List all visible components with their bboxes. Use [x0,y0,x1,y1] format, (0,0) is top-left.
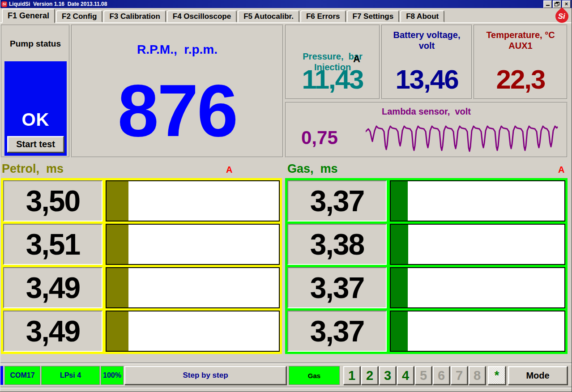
petrol-bar-fill [107,225,128,264]
petrol-section-title: Petrol, ms [2,162,64,176]
petrol-bar-track [106,311,280,352]
channel-button-2[interactable]: 2 [361,366,378,385]
channel-button-8[interactable]: 8 [469,366,486,385]
tab-f2-config[interactable]: F2 Config [56,10,102,22]
app-icon: Si [1,1,7,7]
gas-bar-track [390,267,565,308]
tab-f5-autocalibr[interactable]: F5 Autocalibr. [238,10,299,22]
rpm-label: R.P.M., r.p.m. [72,43,282,57]
gas-bar-fill [391,268,408,307]
gas-row: 3,38 [287,224,565,265]
channel-button-6[interactable]: 6 [433,366,450,385]
tab-f7-settings[interactable]: F7 Settings [347,10,400,22]
gas-bar-fill [391,311,408,351]
tab-f6-errors[interactable]: F6 Errors [300,10,346,22]
gas-value: 3,38 [287,224,387,265]
battery-value: 13,46 [382,66,471,93]
window-title: LiquidSi Version 1.16 Date 2013.11.08 [9,1,542,7]
title-bar: Si LiquidSi Version 1.16 Date 2013.11.08… [0,0,572,8]
close-button[interactable]: × [562,0,571,8]
petrol-group: 3,50 3,51 3,49 3,49 [1,178,282,354]
gas-value: 3,37 [287,311,387,352]
fuel-indicator: Gas [289,366,340,385]
pressure-panel: Pressure, barInjection A 11,43 [285,25,380,99]
gas-bar-fill [391,181,408,221]
petrol-marker-a: A [226,165,232,175]
gas-row: 3,37 [287,311,565,352]
percent-indicator: 100% [101,366,124,385]
gas-bar-track [390,224,565,265]
gas-bar-track [390,311,565,352]
lambda-panel: Lambda sensor, volt 0,75 [285,102,568,158]
tab-strip: F1 General F2 Config F3 Calibration F4 O… [0,8,572,23]
tab-f4-oscilloscope[interactable]: F4 Oscilloscope [167,10,237,22]
com-port-indicator: COM17 [4,366,40,385]
restore-button[interactable] [553,0,561,8]
minimize-button[interactable] [543,0,552,8]
rpm-value: 876 [72,74,282,148]
temperature-value: 22,3 [474,66,567,93]
lambda-waveform-line [366,126,557,151]
lambda-label: Lambda sensor, volt [286,107,567,117]
gas-bar-fill [391,225,408,264]
pressure-marker-a: A [353,53,360,65]
statusbar-top-divider [0,362,572,364]
petrol-bar-track [106,267,280,308]
pressure-value: 11,43 [286,66,379,93]
battery-label: Battery voltage,volt [382,30,471,51]
pump-status-panel: Pump status OK Start test [1,25,70,158]
tab-f8-about[interactable]: F8 About [400,10,444,22]
mode-button[interactable]: Mode [508,366,568,385]
petrol-bar-fill [107,181,128,221]
pump-status-value: OK [4,110,67,130]
temperature-panel: Temperature, °CAUX1 22,3 [474,25,568,99]
mode-text-panel: Step by step [124,366,286,385]
pump-status-label: Pump status [2,39,69,49]
petrol-value: 3,51 [3,224,102,265]
petrol-value: 3,49 [3,267,102,308]
tab-f1-general[interactable]: F1 General [2,9,55,23]
petrol-row: 3,50 [3,180,280,222]
channel-button-3[interactable]: 3 [379,366,396,385]
lambda-value: 0,75 [301,127,338,149]
petrol-row: 3,51 [3,224,280,265]
gas-section-title: Gas, ms [287,162,338,176]
petrol-row: 3,49 [3,311,280,352]
gas-value: 3,37 [287,180,387,222]
status-blue-indicator [0,366,3,385]
gas-group: 3,37 3,38 3,37 3,37 [285,178,568,354]
statusbar-bottom-divider [0,387,572,388]
minimize-icon [546,2,550,6]
pump-status-indicator: OK Start test [4,61,67,156]
petrol-bar-fill [107,311,128,351]
device-indicator: LPsi 4 [41,366,100,385]
petrol-value: 3,50 [3,180,102,222]
channel-button-1[interactable]: 1 [343,366,360,385]
gas-row: 3,37 [287,180,565,222]
star-button[interactable]: * [488,366,506,385]
petrol-value: 3,49 [3,311,102,352]
lambda-waveform [366,120,558,155]
restore-icon [555,2,559,6]
channel-button-7[interactable]: 7 [451,366,468,385]
start-test-button[interactable]: Start test [7,136,64,153]
petrol-bar-track [106,224,280,265]
petrol-bar-track [106,180,280,222]
gas-bar-track [390,180,565,222]
battery-panel: Battery voltage,volt 13,46 [381,25,472,99]
gas-marker-a: A [558,165,564,175]
rpm-panel: R.P.M., r.p.m. 876 [71,25,283,158]
channel-button-5[interactable]: 5 [415,366,432,385]
petrol-row: 3,49 [3,267,280,308]
temperature-label: Temperature, °CAUX1 [474,30,567,51]
channel-button-4[interactable]: 4 [397,366,414,385]
petrol-bar-fill [107,268,128,307]
gas-row: 3,37 [287,267,565,308]
tab-f3-calibration[interactable]: F3 Calibration [103,10,166,22]
close-icon: × [565,1,568,7]
gas-value: 3,37 [287,267,387,308]
